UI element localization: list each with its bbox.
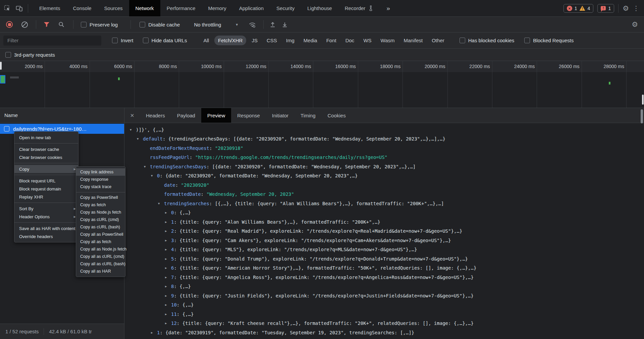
caret-right-icon[interactable]: ▶ xyxy=(165,285,171,288)
filter-pill-js[interactable]: JS xyxy=(248,36,261,45)
caret-right-icon[interactable]: ▶ xyxy=(165,266,171,270)
preview-tree-line[interactable]: ▼trendingSearches: [{,…}, {title: {query… xyxy=(124,199,644,208)
console-status-badges[interactable]: × 1 ! 4 xyxy=(564,4,594,13)
caret-right-icon[interactable]: ▶ xyxy=(165,313,171,316)
menu-item-copy-link-address[interactable]: Copy link address xyxy=(76,168,125,176)
import-har-icon[interactable] xyxy=(270,21,276,27)
blocked-requests-checkbox[interactable] xyxy=(524,38,530,43)
preview-tree-line[interactable]: ▶4: {title: {query: "MLS"}, exploreLink:… xyxy=(124,245,644,255)
details-tab-initiator[interactable]: Initiator xyxy=(266,108,294,123)
menu-item-header-options[interactable]: Header Options▶ xyxy=(14,213,78,221)
menu-item-sort-by[interactable]: Sort By▶ xyxy=(14,205,78,213)
preview-tree-line[interactable]: formattedDate: "Wednesday, September 20,… xyxy=(124,190,644,199)
preview-tree-line[interactable]: ▶6: {title: {query: "American Horror Sto… xyxy=(124,264,644,273)
menu-item-replay-xhr[interactable]: Replay XHR xyxy=(14,193,78,201)
disable-cache-checkbox[interactable] xyxy=(140,22,145,27)
menu-item-copy-as-curl-cmd[interactable]: Copy as cURL (cmd) xyxy=(76,216,125,223)
record-network-log-icon[interactable] xyxy=(6,21,13,28)
filter-pill-all[interactable]: All xyxy=(200,36,213,45)
filter-pill-manifest[interactable]: Manifest xyxy=(400,36,427,45)
kebab-menu-icon[interactable]: ⋮ xyxy=(633,4,639,12)
menu-item-override-headers[interactable]: Override headers xyxy=(14,232,78,240)
details-tab-headers[interactable]: Headers xyxy=(140,108,171,123)
issues-badge[interactable]: ! 1 xyxy=(597,4,614,13)
preview-tree-line[interactable]: ▶1: {date: "20230919", formattedDate: "T… xyxy=(124,328,644,337)
details-tab-timing[interactable]: Timing xyxy=(294,108,321,123)
main-tab-memory[interactable]: Memory xyxy=(202,0,233,16)
preview-tree-line[interactable]: ▶11: {,…} xyxy=(124,309,644,319)
details-tab-preview[interactable]: Preview xyxy=(201,108,231,123)
preview-tree-line[interactable]: ▶2: {title: {query: "Real Madrid"}, expl… xyxy=(124,227,644,236)
caret-right-icon[interactable]: ▶ xyxy=(165,257,171,261)
network-settings-gear-icon[interactable]: ⚙ xyxy=(632,20,638,29)
menu-item-copy-all-as-curl-cmd[interactable]: Copy all as cURL (cmd) xyxy=(76,253,125,260)
main-tab-network[interactable]: Network xyxy=(129,0,160,16)
preserve-log-checkbox[interactable] xyxy=(81,22,87,27)
details-tab-payload[interactable]: Payload xyxy=(171,108,201,123)
caret-right-icon[interactable]: ▶ xyxy=(165,211,171,214)
caret-down-icon[interactable]: ▼ xyxy=(130,128,136,131)
main-tab-console[interactable]: Console xyxy=(67,0,98,16)
menu-item-copy-all-as-fetch[interactable]: Copy all as fetch xyxy=(76,238,125,245)
menu-item-block-request-url[interactable]: Block request URL xyxy=(14,177,78,185)
preview-tree-line[interactable]: ▶7: {title: {query: "Angelica Ross"}, ex… xyxy=(124,273,644,282)
caret-right-icon[interactable]: ▶ xyxy=(165,248,171,251)
has-blocked-cookies-label[interactable]: Has blocked cookies xyxy=(468,38,515,43)
preview-tree-line[interactable]: date: "20230920" xyxy=(124,180,644,190)
preview-tree-line[interactable]: rssFeedPageUrl: "https://trends.google.c… xyxy=(124,153,644,162)
more-tabs-icon[interactable]: » xyxy=(380,5,397,12)
menu-item-copy-stack-trace[interactable]: Copy stack trace xyxy=(76,183,125,190)
preview-tree-line[interactable]: ▼0: {date: "20230920", formattedDate: "W… xyxy=(124,171,644,181)
filter-pill-wasm[interactable]: Wasm xyxy=(377,36,398,45)
caret-right-icon[interactable]: ▶ xyxy=(151,331,157,334)
third-party-label[interactable]: 3rd-party requests xyxy=(14,52,55,58)
search-icon[interactable] xyxy=(58,21,64,27)
menu-item-open-in-new-tab[interactable]: Open in new tab xyxy=(14,133,78,142)
throttling-select[interactable]: No throttling ▼ xyxy=(194,22,238,27)
main-tab-security[interactable]: Security xyxy=(270,0,301,16)
main-tab-performance[interactable]: Performance xyxy=(160,0,202,16)
caret-down-icon[interactable]: ▼ xyxy=(151,174,157,177)
preview-tree-line[interactable]: ▶9: {title: {query: "Justin Fields"}, ex… xyxy=(124,291,644,300)
timeline-overview[interactable]: 2000 ms4000 ms6000 ms8000 ms10000 ms1200… xyxy=(0,61,644,108)
menu-item-save-all-as-har-with-content[interactable]: Save all as HAR with content xyxy=(14,224,78,232)
filter-pill-css[interactable]: CSS xyxy=(263,36,281,45)
menu-item-copy-as-curl-bash[interactable]: Copy as cURL (bash) xyxy=(76,223,125,231)
filter-pill-fetch-xhr[interactable]: Fetch/XHR xyxy=(214,36,246,45)
hide-data-urls-checkbox[interactable] xyxy=(143,38,149,43)
main-tab-application[interactable]: Application xyxy=(233,0,270,16)
main-tab-elements[interactable]: Elements xyxy=(33,0,67,16)
caret-down-icon[interactable]: ▼ xyxy=(137,137,143,140)
preview-tree-line[interactable]: ▶8: {,…} xyxy=(124,282,644,291)
timeline-scroll-sliver[interactable] xyxy=(642,95,644,105)
caret-right-icon[interactable]: ▶ xyxy=(165,276,171,279)
inspect-element-icon[interactable] xyxy=(4,5,10,11)
invert-label[interactable]: Invert xyxy=(121,38,133,43)
invert-checkbox[interactable] xyxy=(112,38,118,43)
request-checkbox[interactable] xyxy=(4,126,9,131)
preview-tree-line[interactable]: ▼default: {trendingSearchesDays: [{date:… xyxy=(124,134,644,144)
hide-data-urls-label[interactable]: Hide data URLs xyxy=(152,38,187,43)
menu-item-copy-all-as-har[interactable]: Copy all as HAR xyxy=(76,268,125,275)
preview-scrollbar-thumb[interactable] xyxy=(641,109,643,123)
caret-right-icon[interactable]: ▶ xyxy=(165,322,171,325)
caret-right-icon[interactable]: ▶ xyxy=(165,239,171,242)
filter-pill-doc[interactable]: Doc xyxy=(342,36,358,45)
disable-cache-label[interactable]: Disable cache xyxy=(148,22,180,27)
menu-item-copy-response[interactable]: Copy response xyxy=(76,176,125,183)
device-toolbar-icon[interactable] xyxy=(16,5,22,11)
third-party-checkbox[interactable] xyxy=(5,52,11,58)
export-har-icon[interactable] xyxy=(282,21,288,27)
blocked-requests-label[interactable]: Blocked Requests xyxy=(533,38,574,43)
caret-right-icon[interactable]: ▶ xyxy=(165,229,171,233)
menu-item-copy-as-powershell[interactable]: Copy as PowerShell xyxy=(76,194,125,201)
preview-tree-line[interactable]: ▶0: {,…} xyxy=(124,208,644,218)
filter-pill-img[interactable]: Img xyxy=(282,36,298,45)
settings-gear-icon[interactable]: ⚙ xyxy=(623,4,629,12)
filter-funnel-icon[interactable] xyxy=(44,22,50,27)
menu-item-copy-all-as-curl-bash[interactable]: Copy all as cURL (bash) xyxy=(76,260,125,268)
preview-tree-line[interactable]: ▼)]}', {,…} xyxy=(124,125,644,134)
caret-right-icon[interactable]: ▶ xyxy=(165,294,171,297)
network-conditions-icon[interactable] xyxy=(249,21,256,28)
preview-tree-line[interactable]: ▶3: {title: {query: "Cam Akers"}, explor… xyxy=(124,236,644,245)
